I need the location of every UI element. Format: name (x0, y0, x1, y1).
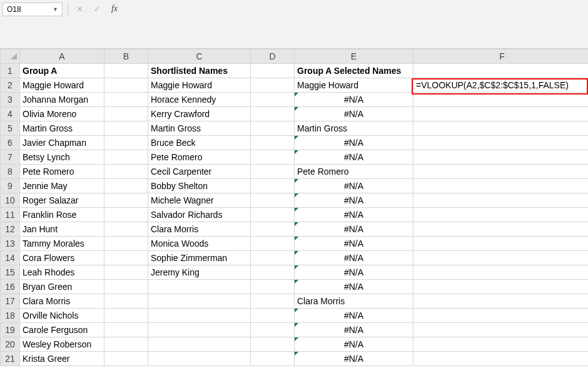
row-header-4[interactable]: 4 (1, 107, 20, 121)
cell-D9[interactable] (251, 179, 295, 193)
cell-A17[interactable]: Clara Morris (20, 294, 104, 309)
error-indicator-icon[interactable] (295, 150, 298, 154)
cell-F3[interactable] (413, 93, 589, 107)
cell-E17[interactable]: Clara Morris (295, 294, 413, 309)
cell-B5[interactable] (104, 121, 148, 136)
cell-C2[interactable]: Maggie Howard (148, 78, 251, 93)
cell-B15[interactable] (104, 265, 148, 280)
cell-D5[interactable] (251, 121, 295, 136)
cell-E1[interactable]: Group A Selected Names (295, 64, 413, 78)
cell-B20[interactable] (104, 337, 148, 352)
cell-C15[interactable]: Jeremy King (148, 265, 251, 280)
error-indicator-icon[interactable] (295, 280, 298, 284)
cell-A8[interactable]: Pete Romero (20, 165, 104, 179)
row-header-21[interactable]: 21 (1, 352, 20, 366)
row-header-8[interactable]: 8 (1, 165, 20, 179)
cell-D13[interactable] (251, 237, 295, 251)
row-header-7[interactable]: 7 (1, 150, 20, 165)
cell-F20[interactable] (413, 337, 589, 352)
row-header-14[interactable]: 14 (1, 251, 20, 265)
cell-A14[interactable]: Cora Flowers (20, 251, 104, 265)
cell-F14[interactable] (413, 251, 589, 265)
row-header-9[interactable]: 9 (1, 179, 20, 193)
cell-E7[interactable]: #N/A (295, 150, 413, 165)
row-header-3[interactable]: 3 (1, 93, 20, 107)
cell-C10[interactable]: Michele Wagner (148, 193, 251, 208)
cell-D20[interactable] (251, 337, 295, 352)
row-header-10[interactable]: 10 (1, 193, 20, 208)
cell-B21[interactable] (104, 352, 148, 366)
cell-B13[interactable] (104, 237, 148, 251)
error-indicator-icon[interactable] (295, 179, 298, 183)
cell-B16[interactable] (104, 280, 148, 294)
column-header-C[interactable]: C (148, 49, 251, 64)
cell-B8[interactable] (104, 165, 148, 179)
spreadsheet-grid[interactable]: ABCDEF 1Group AShortlisted NamesGroup A … (0, 49, 588, 366)
cell-C4[interactable]: Kerry Crawford (148, 107, 251, 121)
cell-B6[interactable] (104, 136, 148, 150)
cell-E13[interactable]: #N/A (295, 237, 413, 251)
cell-A20[interactable]: Wesley Roberson (20, 337, 104, 352)
cell-D19[interactable] (251, 323, 295, 337)
cell-B11[interactable] (104, 208, 148, 222)
cell-C16[interactable] (148, 280, 251, 294)
cell-E2[interactable]: Maggie Howard (295, 78, 413, 93)
cell-F7[interactable] (413, 150, 589, 165)
row-header-15[interactable]: 15 (1, 265, 20, 280)
cell-A10[interactable]: Roger Salazar (20, 193, 104, 208)
cell-F10[interactable] (413, 193, 589, 208)
cell-B2[interactable] (104, 78, 148, 93)
cell-D6[interactable] (251, 136, 295, 150)
cancel-icon[interactable]: ✕ (73, 3, 86, 15)
error-indicator-icon[interactable] (295, 251, 298, 255)
cell-D17[interactable] (251, 294, 295, 309)
cell-F15[interactable] (413, 265, 589, 280)
cell-D2[interactable] (251, 78, 295, 93)
cell-E16[interactable]: #N/A (295, 280, 413, 294)
cell-C12[interactable]: Clara Morris (148, 222, 251, 237)
cell-F21[interactable] (413, 352, 589, 366)
cell-F9[interactable] (413, 179, 589, 193)
cell-C13[interactable]: Monica Woods (148, 237, 251, 251)
cell-D10[interactable] (251, 193, 295, 208)
column-header-F[interactable]: F (413, 49, 589, 64)
cell-D11[interactable] (251, 208, 295, 222)
row-header-6[interactable]: 6 (1, 136, 20, 150)
cell-D7[interactable] (251, 150, 295, 165)
error-indicator-icon[interactable] (295, 136, 298, 140)
column-header-A[interactable]: A (20, 49, 104, 64)
fx-icon[interactable]: fx (108, 3, 121, 15)
cell-D18[interactable] (251, 309, 295, 323)
error-indicator-icon[interactable] (295, 208, 298, 212)
cell-D12[interactable] (251, 222, 295, 237)
row-header-17[interactable]: 17 (1, 294, 20, 309)
cell-C5[interactable]: Martin Gross (148, 121, 251, 136)
row-header-18[interactable]: 18 (1, 309, 20, 323)
error-indicator-icon[interactable] (295, 93, 298, 96)
cell-D16[interactable] (251, 280, 295, 294)
cell-D15[interactable] (251, 265, 295, 280)
cell-E3[interactable]: #N/A (295, 93, 413, 107)
cell-D14[interactable] (251, 251, 295, 265)
cell-B4[interactable] (104, 107, 148, 121)
column-header-E[interactable]: E (295, 49, 413, 64)
cell-D3[interactable] (251, 93, 295, 107)
formula-bar-input[interactable] (124, 3, 585, 16)
cell-E21[interactable]: #N/A (295, 352, 413, 366)
cell-F11[interactable] (413, 208, 589, 222)
row-header-5[interactable]: 5 (1, 121, 20, 136)
cell-B9[interactable] (104, 179, 148, 193)
cell-D8[interactable] (251, 165, 295, 179)
error-indicator-icon[interactable] (295, 265, 298, 269)
cell-F17[interactable] (413, 294, 589, 309)
cell-A12[interactable]: Jan Hunt (20, 222, 104, 237)
cell-C1[interactable]: Shortlisted Names (148, 64, 251, 78)
cell-C18[interactable] (148, 309, 251, 323)
row-header-12[interactable]: 12 (1, 222, 20, 237)
cell-E11[interactable]: #N/A (295, 208, 413, 222)
cell-C19[interactable] (148, 323, 251, 337)
cell-E5[interactable]: Martin Gross (295, 121, 413, 136)
cell-A5[interactable]: Martin Gross (20, 121, 104, 136)
cell-A18[interactable]: Orville Nichols (20, 309, 104, 323)
column-header-B[interactable]: B (104, 49, 148, 64)
